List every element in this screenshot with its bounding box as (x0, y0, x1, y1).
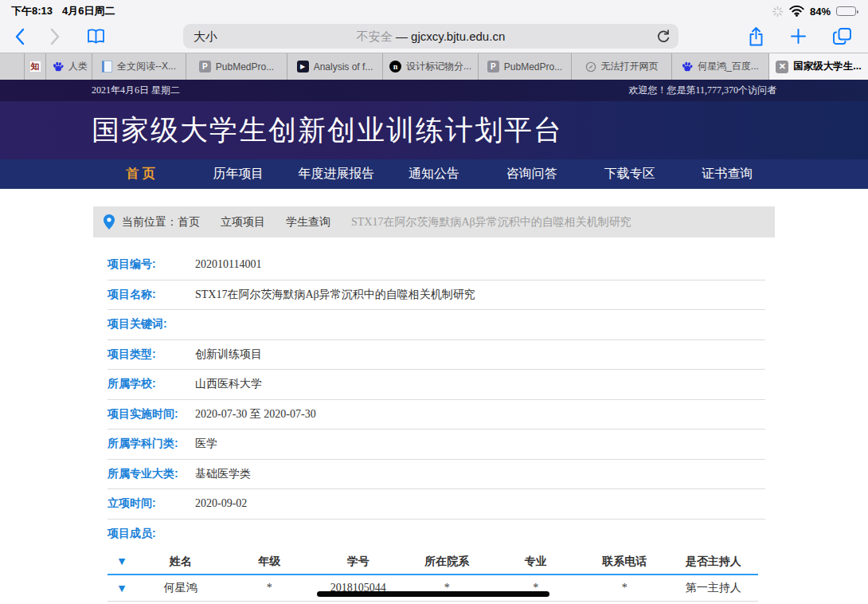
breadcrumb: 当前位置：首页 立项项目 学生查询 STX17在阿尔茨海默病Aβ异常沉积中的自噬… (93, 206, 775, 237)
browser-tab[interactable]: 全文阅读--X... (92, 53, 186, 80)
share-button[interactable] (748, 26, 764, 47)
browser-tab-active[interactable]: ✕ 国家级大学生... (768, 53, 868, 80)
members-label-row: 项目成员: (108, 520, 765, 550)
field-row: 项目关键词: (108, 310, 765, 340)
compass-icon (585, 61, 596, 73)
content-area: 当前位置：首页 立项项目 学生查询 STX17在阿尔茨海默病Aβ异常沉积中的自噬… (93, 206, 775, 602)
n-circle-favicon-icon: n (389, 61, 401, 73)
nav-item-annual-report[interactable]: 年度进展报告 (287, 159, 385, 189)
new-tab-button[interactable] (790, 28, 807, 45)
nav-item-notices[interactable]: 通知公告 (385, 159, 483, 189)
url-bar[interactable]: 大小 不安全 — gjcxcy.bjtu.edu.cn (183, 24, 678, 49)
tab-bar: 知 人类 全文阅读--X... P PubMedPro... ▶ Analysi… (0, 53, 868, 80)
browser-tab[interactable]: ▶ Analysis of f... (287, 53, 382, 80)
ipad-screen: 下午8:13 4月6日周二 84% (0, 0, 868, 604)
browser-tab[interactable]: P PubMedPro... (478, 53, 571, 80)
field-row: 项目类型:创新训练项目 (108, 340, 765, 371)
clock: 下午8:13 (11, 4, 53, 18)
expand-triangle-icon[interactable]: ▼ (108, 556, 136, 567)
back-button[interactable] (14, 28, 25, 45)
breadcrumb-projects[interactable]: 立项项目 (221, 215, 265, 229)
breadcrumb-home[interactable]: 首页 (178, 215, 200, 229)
site-banner: 国家级大学生创新创业训练计划平台 (0, 101, 868, 159)
baidu-paw-icon (682, 61, 693, 73)
members-table: ▼ 姓名 年级 学号 所在院系 专业 联系电话 是否主持人 ▼ 何星鸿 * 20… (108, 549, 758, 602)
reload-button[interactable] (656, 29, 671, 44)
tab-overview-button[interactable] (832, 27, 852, 45)
browser-tab[interactable]: P PubMedPro... (186, 53, 287, 80)
baidu-paw-icon (53, 61, 64, 73)
field-row: 所属学校:山西医科大学 (108, 370, 765, 400)
status-bar: 下午8:13 4月6日周二 84% (0, 0, 868, 20)
battery-icon (836, 6, 856, 16)
play-favicon-icon: ▶ (297, 61, 309, 73)
pubmed-favicon-icon: P (199, 61, 211, 73)
nav-item-past-projects[interactable]: 历年项目 (190, 159, 287, 189)
close-icon[interactable]: ✕ (776, 61, 788, 73)
nav-item-home[interactable]: 首 页 (92, 159, 190, 189)
battery-percent: 84% (810, 6, 831, 18)
nav-item-downloads[interactable]: 下载专区 (581, 159, 678, 189)
activity-spinner-icon (772, 6, 784, 18)
forward-button[interactable] (50, 28, 61, 45)
field-row: 所属专业大类:基础医学类 (108, 460, 765, 490)
field-row: 项目实施时间:2020-07-30 至 2020-07-30 (108, 400, 765, 430)
project-fields: 项目编号:202010114001 项目名称:STX17在阿尔茨海默病Aβ异常沉… (108, 250, 765, 549)
nav-item-certificate[interactable]: 证书查询 (678, 159, 776, 189)
browser-tab[interactable]: 何星鸿_百度... (671, 53, 768, 80)
breadcrumb-student-query[interactable]: 学生查询 (286, 215, 330, 229)
visitor-counter: 欢迎您！您是第11,777,370个访问者 (628, 84, 776, 97)
status-date: 4月6日周二 (62, 4, 115, 18)
pubmed-favicon-icon: P (487, 61, 499, 73)
cnki-favicon-icon: 知 (29, 61, 41, 73)
site-top-bar: 2021年4月6日 星期二 欢迎您！您是第11,777,370个访问者 (0, 80, 868, 101)
breadcrumb-current: STX17在阿尔茨海默病Aβ异常沉积中的自噬相关机制研究 (351, 215, 631, 229)
field-row: 项目编号:202010114001 (108, 250, 765, 280)
site-date: 2021年4月6日 星期二 (92, 84, 180, 97)
redaction-bar (317, 591, 549, 597)
field-row: 立项时间:2020-09-02 (108, 489, 765, 520)
browser-tab[interactable]: 人类 (45, 53, 92, 80)
members-table-header: ▼ 姓名 年级 学号 所在院系 专业 联系电话 是否主持人 (108, 549, 758, 575)
browser-tab[interactable]: n 设计标记物分... (382, 53, 478, 80)
page-title: 国家级大学生创新创业训练计划平台 (92, 112, 563, 149)
location-pin-icon (104, 214, 115, 229)
nav-item-qa[interactable]: 咨询问答 (483, 159, 581, 189)
document-favicon-icon (102, 61, 112, 73)
wifi-icon (789, 6, 804, 17)
field-row: 所属学科门类:医学 (108, 429, 765, 460)
browser-tab[interactable]: 无法打开网页 (571, 53, 671, 80)
field-row: 项目名称:STX17在阿尔茨海默病Aβ异常沉积中的自噬相关机制研究 (108, 280, 765, 311)
breadcrumb-prefix: 当前位置： (122, 215, 178, 229)
expand-triangle-icon[interactable]: ▼ (108, 583, 136, 594)
browser-tab[interactable]: 知 (24, 53, 45, 80)
url-text: 不安全 — gjcxcy.bjtu.edu.cn (183, 29, 678, 45)
bookmarks-icon[interactable] (86, 28, 106, 45)
main-nav: 首 页 历年项目 年度进展报告 通知公告 咨询问答 下载专区 证书查询 (0, 159, 868, 189)
table-row: ▼ 何星鸿 * 2018105044 * * * 第一主持人 (108, 575, 758, 602)
browser-toolbar: 大小 不安全 — gjcxcy.bjtu.edu.cn (0, 20, 868, 53)
